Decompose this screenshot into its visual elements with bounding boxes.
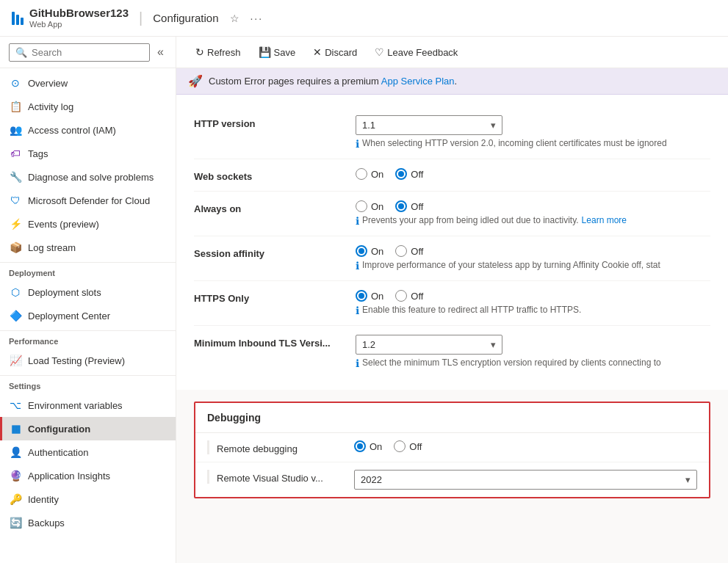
sidebar-item-log-stream[interactable]: 📦 Log stream (0, 236, 176, 259)
remote-debugging-on-label: On (370, 441, 382, 452)
min-tls-hint: ℹ Select the minimum TLS encryption vers… (356, 357, 710, 369)
min-tls-value: 1.2 (362, 339, 375, 350)
backups-icon: 🔄 (9, 516, 22, 529)
feedback-icon: ♡ (375, 46, 384, 58)
sidebar-label-env-variables: Environment variables (28, 400, 123, 411)
https-only-hint: ℹ Enable this feature to redirect all HT… (356, 305, 710, 316)
sidebar-item-defender[interactable]: 🛡 Microsoft Defender for Cloud (0, 189, 176, 212)
session-affinity-off-option[interactable]: Off (395, 245, 423, 257)
web-sockets-off-label: Off (411, 169, 423, 180)
toolbar: ↻ Refresh 💾 Save ✕ Discard ♡ Leave Feedb… (176, 37, 728, 68)
sidebar: 🔍 « ⊙ Overview 📋 Activity log 👥 Access c… (0, 37, 176, 563)
sidebar-item-load-testing[interactable]: 📈 Load Testing (Preview) (0, 349, 176, 372)
load-testing-icon: 📈 (9, 354, 22, 367)
remote-vs-label: Remote Visual Studio v... (207, 470, 354, 484)
https-only-hint-text: Enable this feature to redirect all HTTP… (362, 305, 581, 315)
https-only-off-option[interactable]: Off (395, 290, 423, 302)
sidebar-item-deployment-center[interactable]: 🔷 Deployment Center (0, 304, 176, 327)
logo-icon (12, 12, 24, 25)
web-sockets-on-option[interactable]: On (356, 168, 383, 180)
sidebar-item-overview[interactable]: ⊙ Overview (0, 71, 176, 95)
overview-icon: ⊙ (9, 76, 22, 90)
min-tls-label: Minimum Inbound TLS Versi... (194, 335, 356, 349)
always-on-learn-more-link[interactable]: Learn more (582, 215, 627, 225)
sidebar-item-iam[interactable]: 👥 Access control (IAM) (0, 118, 176, 142)
http-version-value: 1.1 (362, 120, 375, 131)
sidebar-label-activity-log: Activity log (28, 101, 73, 112)
main-content: ↻ Refresh 💾 Save ✕ Discard ♡ Leave Feedb… (176, 37, 728, 563)
sidebar-item-identity[interactable]: 🔑 Identity (0, 487, 176, 511)
content-area: 🚀 Custom Error pages requires a premium … (176, 68, 728, 563)
always-on-on-option[interactable]: On (356, 200, 383, 212)
web-sockets-radio-group: On Off (356, 168, 710, 180)
sidebar-label-app-insights: Application Insights (28, 471, 110, 482)
events-icon: ⚡ (9, 217, 22, 230)
web-sockets-on-radio[interactable] (356, 168, 367, 180)
https-only-off-label: Off (411, 291, 423, 302)
deployment-center-icon: 🔷 (9, 309, 22, 322)
favorite-star-icon[interactable]: ☆ (230, 12, 239, 24)
https-only-on-option[interactable]: On (356, 290, 383, 302)
always-on-hint-icon: ℹ (356, 215, 359, 227)
sidebar-item-app-insights[interactable]: 🔮 Application Insights (0, 464, 176, 487)
search-box[interactable]: 🔍 (9, 43, 150, 62)
session-affinity-on-radio[interactable] (356, 245, 367, 257)
sidebar-label-log-stream: Log stream (28, 242, 76, 253)
sidebar-item-backups[interactable]: 🔄 Backups (0, 511, 176, 534)
http-version-hint-icon: ℹ (356, 138, 359, 150)
https-only-control: On Off ℹ Enable this feature to redirect… (356, 290, 710, 316)
env-variables-icon: ⌥ (9, 399, 22, 412)
sidebar-item-configuration[interactable]: ▦ Configuration (0, 417, 176, 440)
sidebar-label-tags: Tags (28, 148, 48, 159)
web-sockets-off-radio[interactable] (395, 168, 407, 180)
discard-button[interactable]: ✕ Discard (306, 43, 364, 62)
http-version-hint: ℹ When selecting HTTP version 2.0, incom… (356, 138, 710, 150)
remote-vs-row: Remote Visual Studio v... 2022 ▾ (195, 462, 709, 497)
https-only-off-radio[interactable] (395, 290, 407, 302)
sidebar-item-env-variables[interactable]: ⌥ Environment variables (0, 393, 176, 417)
min-tls-row: Minimum Inbound TLS Versi... 1.2 ▾ ℹ Sel… (194, 326, 710, 378)
sidebar-item-deployment-slots[interactable]: ⬡ Deployment slots (0, 280, 176, 304)
web-sockets-off-option[interactable]: Off (395, 168, 423, 180)
sidebar-item-events[interactable]: ⚡ Events (preview) (0, 212, 176, 236)
remote-vs-select[interactable]: 2022 ▾ (354, 470, 697, 490)
sidebar-item-diagnose[interactable]: 🔧 Diagnose and solve problems (0, 165, 176, 189)
sidebar-item-activity-log[interactable]: 📋 Activity log (0, 95, 176, 118)
http-version-control: 1.1 ▾ ℹ When selecting HTTP version 2.0,… (356, 115, 710, 150)
refresh-button[interactable]: ↻ Refresh (188, 43, 248, 62)
sidebar-item-tags[interactable]: 🏷 Tags (0, 142, 176, 165)
always-on-off-option[interactable]: Off (395, 200, 423, 212)
app-subtitle: Web App (29, 20, 129, 29)
feedback-button[interactable]: ♡ Leave Feedback (367, 43, 465, 62)
http-version-select-wrapper: 1.1 ▾ (356, 115, 710, 135)
sidebar-item-authentication[interactable]: 👤 Authentication (0, 440, 176, 464)
https-only-hint-icon: ℹ (356, 305, 359, 316)
remote-debugging-off-option[interactable]: Off (394, 440, 422, 452)
http-version-label: HTTP version (194, 115, 356, 129)
http-version-hint-text: When selecting HTTP version 2.0, incomin… (362, 138, 667, 148)
min-tls-hint-text: Select the minimum TLS encryption versio… (362, 357, 661, 368)
search-input[interactable] (32, 47, 143, 58)
remote-debugging-on-option[interactable]: On (354, 440, 382, 452)
banner-link[interactable]: App Service Plan (381, 76, 455, 87)
https-only-on-radio[interactable] (356, 290, 367, 302)
https-only-row: HTTPS Only On Off (194, 281, 710, 326)
session-affinity-hint-text: Improve performance of your stateless ap… (362, 260, 660, 270)
always-on-label: Always on (194, 200, 356, 214)
configuration-icon: ▦ (9, 422, 22, 435)
session-affinity-off-radio[interactable] (395, 245, 407, 257)
log-stream-icon: 📦 (9, 241, 22, 254)
http-version-select[interactable]: 1.1 ▾ (356, 115, 502, 135)
always-on-radio-group: On Off (356, 200, 710, 212)
collapse-sidebar-icon[interactable]: « (154, 43, 167, 62)
remote-debugging-off-radio[interactable] (394, 440, 406, 452)
more-options-icon[interactable]: ··· (250, 12, 263, 24)
sidebar-label-defender: Microsoft Defender for Cloud (28, 195, 150, 206)
min-tls-select[interactable]: 1.2 ▾ (356, 335, 502, 355)
remote-debugging-on-radio[interactable] (354, 440, 366, 452)
always-on-hint: ℹ Prevents your app from being idled out… (356, 215, 710, 227)
always-on-on-radio[interactable] (356, 200, 367, 212)
always-on-off-radio[interactable] (395, 200, 407, 212)
save-button[interactable]: 💾 Save (251, 43, 303, 62)
session-affinity-on-option[interactable]: On (356, 245, 383, 257)
